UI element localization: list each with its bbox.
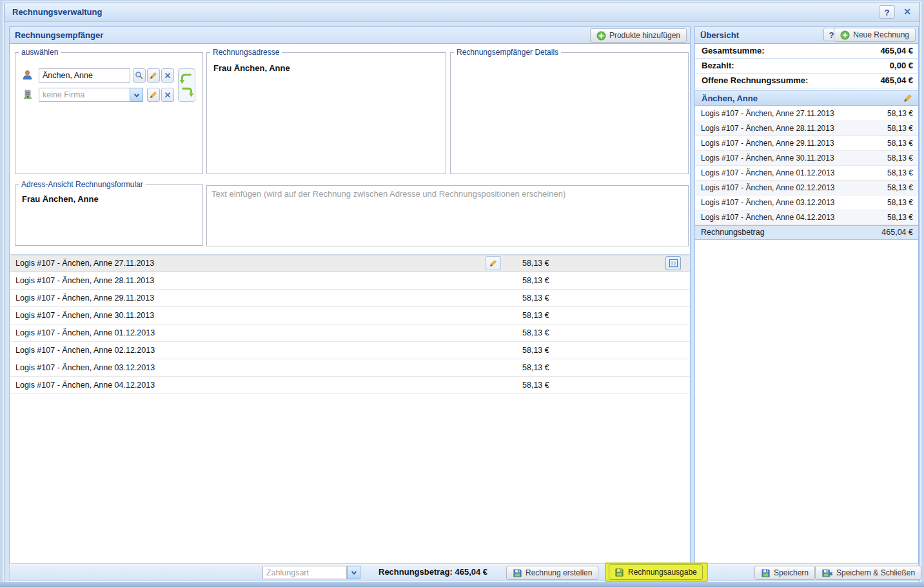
billing-address-group: Rechnungsadresse Frau Änchen, Anne	[206, 48, 446, 174]
edit-guest-section-button[interactable]	[903, 93, 913, 106]
chevron-down-icon	[133, 92, 140, 98]
save-and-close-button[interactable]: Speichern & Schließen	[815, 566, 921, 580]
row-amount: 58,13 €	[887, 151, 913, 165]
footer-total: Rechnungsbetrag: 465,04 €	[378, 564, 487, 581]
overview-title: Übersicht	[700, 27, 739, 43]
row-label: Logis #107 - Änchen, Anne 28.11.2013	[701, 121, 834, 135]
list-item[interactable]: Logis #107 - Änchen, Anne 28.11.2013 58,…	[695, 121, 918, 136]
row-label: Logis #107 - Änchen, Anne 02.12.2013	[15, 342, 155, 359]
guest-name-input[interactable]	[39, 68, 130, 83]
list-item[interactable]: Logis #107 - Änchen, Anne 01.12.2013 58,…	[695, 166, 918, 181]
select-group-legend: auswählen	[19, 48, 61, 57]
table-row[interactable]: Logis #107 - Änchen, Anne 04.12.2013 58,…	[10, 377, 690, 394]
pencil-icon	[149, 90, 158, 99]
total-line: Offene Rechnungssumme: 465,04 €	[695, 74, 918, 88]
clear-guest-button[interactable]: ✕	[161, 68, 174, 83]
overview-total-value: 465,04 €	[881, 226, 913, 239]
list-item[interactable]: Logis #107 - Änchen, Anne 03.12.2013 58,…	[695, 195, 918, 210]
row-label: Logis #107 - Änchen, Anne 04.12.2013	[15, 377, 155, 393]
row-amount: 58,13 €	[887, 195, 913, 210]
row-edit-button[interactable]	[486, 256, 501, 270]
create-invoice-button[interactable]: Rechnung erstellen	[506, 566, 598, 580]
overview-header: Übersicht ? Neue Rechnung	[695, 27, 918, 44]
list-item[interactable]: Logis #107 - Änchen, Anne 02.12.2013 58,…	[695, 181, 918, 195]
row-label: Logis #107 - Änchen, Anne 01.12.2013	[701, 166, 835, 180]
row-amount: 58,13 €	[522, 272, 549, 289]
save-button[interactable]: Speichern	[754, 566, 815, 580]
overview-body: Gesamtsumme: 465,04 € Bezahlt: 0,00 € Of…	[695, 44, 918, 564]
table-row[interactable]: Logis #107 - Änchen, Anne 27.11.2013 58,…	[10, 255, 690, 272]
search-icon	[135, 71, 144, 80]
search-button[interactable]	[133, 68, 146, 83]
total-label: Bezahlt:	[702, 59, 734, 73]
row-amount: 58,13 €	[522, 342, 549, 359]
split-view-icon	[669, 259, 678, 268]
company-select-input[interactable]	[39, 88, 130, 102]
save-disk-icon	[761, 568, 771, 578]
pencil-icon	[489, 259, 498, 268]
plus-circle-icon	[840, 30, 850, 40]
plus-circle-icon	[596, 31, 606, 41]
overview-total-label: Rechnungsbetrag	[701, 226, 765, 239]
footer-toolbar: Rechnungsbetrag: 465,04 € Rechnung erste…	[9, 563, 919, 581]
invoice-note-textarea[interactable]	[206, 185, 689, 246]
add-products-label: Produkte hinzufügen	[609, 31, 680, 40]
row-label: Logis #107 - Änchen, Anne 03.12.2013	[15, 359, 155, 376]
window-bottom-edge	[0, 582, 924, 587]
save-disk-icon	[614, 568, 624, 577]
row-amount: 58,13 €	[887, 136, 913, 150]
company-icon	[23, 89, 33, 99]
overview-total-row: Rechnungsbetrag 465,04 €	[695, 225, 918, 240]
table-row[interactable]: Logis #107 - Änchen, Anne 30.11.2013 58,…	[10, 307, 690, 324]
list-item[interactable]: Logis #107 - Änchen, Anne 04.12.2013 58,…	[695, 210, 918, 225]
address-view-legend: Adress-Ansicht Rechnungsformular	[19, 180, 146, 189]
table-row[interactable]: Logis #107 - Änchen, Anne 28.11.2013 58,…	[10, 272, 690, 290]
company-dropdown-button[interactable]	[130, 88, 143, 102]
total-value: 465,04 €	[880, 44, 913, 58]
edit-company-button[interactable]	[147, 88, 160, 102]
table-row[interactable]: Logis #107 - Änchen, Anne 02.12.2013 58,…	[10, 342, 690, 359]
row-amount: 58,13 €	[887, 181, 913, 195]
create-invoice-label: Rechnung erstellen	[526, 568, 592, 577]
add-products-button[interactable]: Produkte hinzufügen	[590, 28, 687, 43]
help-button[interactable]: ?	[879, 5, 895, 19]
row-label: Logis #107 - Änchen, Anne 29.11.2013	[701, 136, 834, 150]
total-line: Bezahlt: 0,00 €	[695, 59, 918, 74]
total-value: 0,00 €	[890, 59, 913, 73]
table-row[interactable]: Logis #107 - Änchen, Anne 03.12.2013 58,…	[10, 359, 690, 377]
list-item[interactable]: Logis #107 - Änchen, Anne 30.11.2013 58,…	[695, 151, 918, 166]
new-invoice-button[interactable]: Neue Rechnung	[834, 28, 916, 42]
guest-section-title: Änchen, Anne	[702, 91, 758, 106]
billing-address-legend: Rechnungsadresse	[210, 48, 282, 57]
billing-address-value: Frau Änchen, Anne	[213, 63, 290, 73]
swap-address-button[interactable]	[178, 68, 195, 102]
row-amount: 58,13 €	[522, 359, 549, 376]
window-title: Rechnungsverwaltung	[12, 3, 102, 21]
guest-section-header: Änchen, Anne	[695, 90, 918, 106]
payment-dropdown-button[interactable]	[347, 566, 360, 579]
recipient-details-legend: Rechnungsempfänger Details	[454, 48, 561, 57]
invoice-items-table: Logis #107 - Änchen, Anne 27.11.2013 58,…	[10, 254, 690, 394]
row-label: Logis #107 - Änchen, Anne 03.12.2013	[701, 195, 835, 210]
row-split-view-button[interactable]	[665, 256, 681, 270]
left-panel-header: Rechnungsempfänger Produkte hinzufügen	[10, 27, 690, 44]
totals-block: Gesamtsumme: 465,04 € Bezahlt: 0,00 € Of…	[695, 44, 918, 88]
row-amount: 58,13 €	[522, 290, 549, 306]
row-amount: 58,13 €	[522, 377, 549, 393]
save-label: Speichern	[774, 568, 809, 577]
table-row[interactable]: Logis #107 - Änchen, Anne 29.11.2013 58,…	[10, 290, 690, 307]
list-item[interactable]: Logis #107 - Änchen, Anne 29.11.2013 58,…	[695, 136, 918, 151]
edit-guest-button[interactable]	[147, 68, 160, 83]
clear-company-button[interactable]: ✕	[161, 88, 174, 102]
list-item[interactable]: Logis #107 - Änchen, Anne 27.11.2013 58,…	[695, 106, 918, 121]
left-panel-title: Rechnungsempfänger	[15, 27, 103, 43]
payment-type-input[interactable]	[262, 566, 347, 579]
close-icon[interactable]: ✕	[901, 6, 913, 18]
row-amount: 58,13 €	[887, 121, 913, 135]
invoice-output-button[interactable]: Rechnungsausgabe	[609, 564, 703, 580]
row-label: Logis #107 - Änchen, Anne 04.12.2013	[701, 210, 835, 224]
total-line: Gesamtsumme: 465,04 €	[695, 44, 918, 59]
row-amount: 58,13 €	[522, 255, 549, 272]
table-row[interactable]: Logis #107 - Änchen, Anne 01.12.2013 58,…	[10, 324, 690, 342]
delete-x-icon: ✕	[164, 72, 172, 80]
